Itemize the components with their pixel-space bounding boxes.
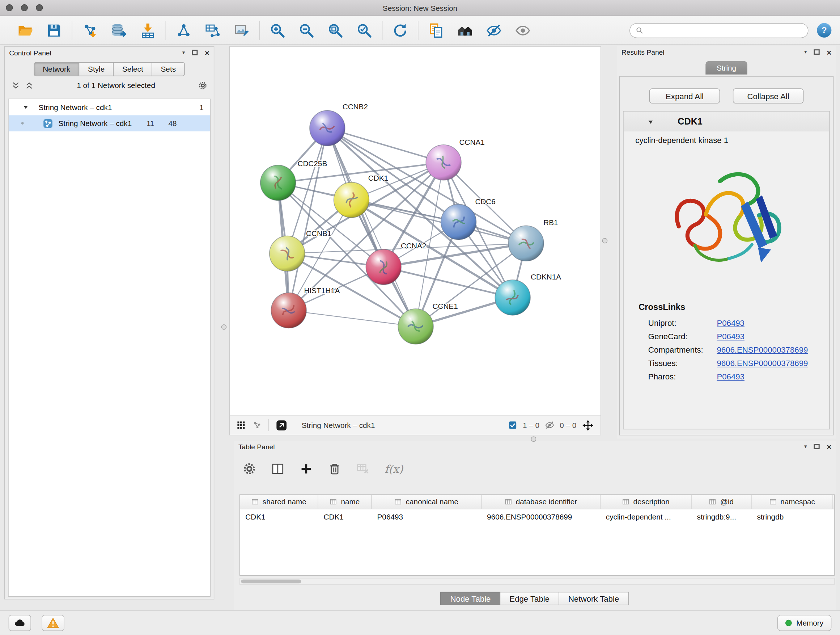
bottom-splitter-handle[interactable] [531,436,537,442]
tab-select[interactable]: Select [113,62,152,76]
home-button[interactable] [453,19,477,42]
panel-menu-icon[interactable]: ▾ [804,444,807,449]
pan-move-icon[interactable] [582,419,594,431]
tree-expand-all-button[interactable] [25,81,34,90]
zoom-selected-icon [356,22,372,38]
panel-menu-icon[interactable]: ▾ [182,50,185,55]
crosslink-row: GeneCard:P06493 [624,330,829,343]
network-overview-icon[interactable] [252,420,262,430]
zoom-selected-button[interactable] [352,19,377,42]
crosslink-compartments-link[interactable]: 9606.ENSP00000378699 [717,345,808,355]
column-header-database-identifier[interactable]: database identifier [482,495,600,509]
collapse-all-button[interactable]: Collapse All [733,88,804,103]
help-icon: ? [816,22,832,39]
left-splitter-handle[interactable] [221,325,227,330]
panel-float-icon[interactable] [814,444,820,449]
network-collection-row[interactable]: String Network – cdk1 1 [9,99,210,115]
tree-collapse-all-button[interactable] [11,81,20,90]
memory-button[interactable]: Memory [777,615,831,631]
table-settings-button[interactable] [243,462,256,476]
tab-network-table[interactable]: Network Table [559,592,629,605]
annotate-network-button[interactable] [229,19,254,42]
network-options-button[interactable] [198,81,207,90]
zoom-in-button[interactable] [265,19,290,42]
selected-checkbox-icon[interactable] [508,420,517,430]
crosslink-pharos-link[interactable]: P06493 [717,372,745,381]
function-builder-button[interactable]: f(x) [385,462,403,475]
close-window-button[interactable] [6,4,13,11]
minimize-window-button[interactable] [21,4,28,11]
import-network-file-icon [82,22,98,38]
string-network-icon [43,119,53,128]
import-table-file-icon [140,22,156,38]
zoom-out-button[interactable] [294,19,319,42]
open-session-button[interactable] [13,19,38,42]
clear-table-button[interactable] [356,462,370,476]
crosslink-tissues-link[interactable]: 9606.ENSP00000378699 [717,359,808,368]
refresh-layout-button[interactable] [388,19,412,42]
panel-close-icon[interactable]: × [827,48,831,56]
show-details-button[interactable] [510,19,535,42]
scrollbar-thumb[interactable] [241,580,301,583]
crosslink-genecard-link[interactable]: P06493 [717,332,745,341]
panel-close-icon[interactable]: × [205,49,210,57]
cloud-status-button[interactable] [9,615,31,631]
tab-sets[interactable]: Sets [152,62,185,76]
crosslinks-title: CrossLinks [638,302,829,312]
gene-disclosure-icon[interactable] [647,119,654,125]
node-label-RB1: RB1 [543,218,558,226]
copy-document-button[interactable] [424,19,448,42]
network-from-table-icon [205,22,221,38]
hide-details-button[interactable] [482,19,506,42]
right-splitter-handle[interactable] [602,238,607,244]
add-column-button[interactable] [300,462,313,476]
collection-disclosure-icon[interactable] [22,104,29,111]
network-edge[interactable] [327,128,416,326]
save-session-button[interactable] [42,19,66,42]
tab-network[interactable]: Network [34,62,79,76]
tab-edge-table[interactable]: Edge Table [500,592,559,605]
import-network-file-button[interactable] [78,19,103,42]
column-icon [395,498,402,506]
expand-all-button[interactable]: Expand All [649,88,720,103]
network-edge[interactable] [351,200,526,243]
import-network-database-button[interactable] [107,19,131,42]
network-from-table-button[interactable] [201,19,225,42]
network-row[interactable]: String Network – cdk1 11 48 [9,115,210,131]
help-button[interactable]: ? [816,22,832,39]
toggle-columns-button[interactable] [271,462,284,476]
search-input[interactable] [646,26,802,35]
column-header-name[interactable]: name [318,495,372,509]
export-view-icon[interactable] [275,419,287,431]
tab-style[interactable]: Style [79,62,114,76]
table-row[interactable]: CDK1CDK1P064939606.ENSP00000378699cyclin… [240,509,834,524]
panel-menu-icon[interactable]: ▾ [804,49,807,55]
gene-section-header[interactable]: CDK1 [624,111,829,131]
maximize-window-button[interactable] [36,4,43,11]
column-header-@id[interactable]: @id [692,495,752,509]
delete-column-button[interactable] [328,462,341,476]
zoom-fit-button[interactable] [323,19,347,42]
tab-string[interactable]: String [706,61,747,74]
table-cell: stringdb [752,512,833,521]
network-edge[interactable] [289,128,327,310]
panel-float-icon[interactable] [814,49,820,55]
panel-float-icon[interactable] [192,50,197,55]
import-table-file-button[interactable] [136,19,160,42]
horizontal-scrollbar[interactable] [240,578,835,585]
column-header-canonical-name[interactable]: canonical name [372,495,482,509]
warnings-button[interactable] [42,615,65,631]
column-header-description[interactable]: description [600,495,692,509]
gene-name: CDK1 [677,116,703,127]
column-header-namespac[interactable]: namespac [752,495,833,509]
main-toolbar: ? [0,16,840,45]
column-header-shared-name[interactable]: shared name [240,495,318,509]
panel-close-icon[interactable]: × [827,442,831,450]
grid-view-icon[interactable] [236,420,246,430]
crosslink-uniprot-link[interactable]: P06493 [717,318,745,328]
new-network-button[interactable] [172,19,196,42]
crosslink-row: Pharos:P06493 [624,370,829,383]
tab-node-table[interactable]: Node Table [441,592,500,605]
network-edge[interactable] [289,310,416,326]
network-canvas[interactable]: CCNB2CCNA1CDC25BCDK1CDC6RB1CCNB1CCNA2CDK… [230,47,600,415]
